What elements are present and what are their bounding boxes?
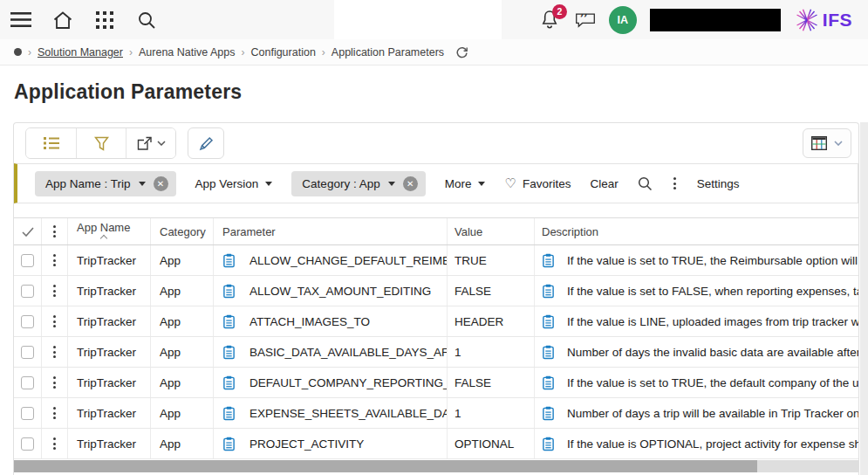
- row-menu-header: [42, 218, 68, 244]
- table-row[interactable]: TripTracker App PROJECT_ACTIVITY OPTIONA…: [14, 429, 858, 459]
- cell-parameter: PROJECT_ACTIVITY: [214, 429, 448, 458]
- note-icon[interactable]: [542, 284, 555, 299]
- description-text: If the value is OPTIONAL, project activi…: [567, 437, 858, 451]
- horizontal-scrollbar[interactable]: [14, 460, 858, 472]
- top-app-bar: 2 ’’ IA IFS: [0, 0, 868, 39]
- note-icon[interactable]: [222, 253, 236, 268]
- table-row[interactable]: TripTracker App ATTACH_IMAGES_TO HEADER …: [14, 306, 858, 337]
- select-all-header[interactable]: [14, 218, 42, 244]
- list-icon: [44, 136, 59, 150]
- note-icon[interactable]: [542, 253, 555, 268]
- breadcrumb-aurena-native-apps[interactable]: Aurena Native Apps: [139, 46, 236, 59]
- clear-filters-button[interactable]: Clear: [590, 177, 618, 190]
- note-icon[interactable]: [222, 284, 236, 299]
- breadcrumb-solution-manager[interactable]: Solution Manager: [38, 46, 123, 59]
- table-row[interactable]: TripTracker App ALLOW_CHANGE_DEFAULT_REI…: [14, 245, 858, 276]
- note-icon[interactable]: [222, 314, 236, 329]
- note-icon[interactable]: [222, 375, 236, 390]
- cell-category: App: [151, 245, 214, 275]
- column-header-value[interactable]: Value: [448, 218, 535, 244]
- filter-dropdown-more[interactable]: More: [445, 177, 486, 190]
- filter-dropdown-app-version[interactable]: App Version: [195, 177, 273, 190]
- export-button[interactable]: [126, 128, 175, 158]
- row-checkbox[interactable]: [21, 376, 34, 389]
- kebab-icon[interactable]: [53, 407, 56, 419]
- filter-button[interactable]: [76, 128, 126, 158]
- table-row[interactable]: TripTracker App BASIC_DATA_AVAILABLE_DAY…: [14, 337, 858, 368]
- note-icon[interactable]: [222, 437, 236, 451]
- remove-filter-icon[interactable]: ✕: [403, 176, 418, 191]
- note-icon[interactable]: [222, 406, 236, 421]
- filter-search-icon[interactable]: [638, 176, 653, 191]
- row-checkbox[interactable]: [21, 254, 34, 267]
- horizontal-scrollbar-thumb[interactable]: [14, 460, 757, 472]
- view-selector-button[interactable]: [803, 128, 851, 158]
- cell-category: App: [151, 276, 214, 306]
- cell-description: If the value is OPTIONAL, project activi…: [535, 429, 858, 458]
- note-icon[interactable]: [222, 345, 236, 360]
- kebab-icon: [53, 225, 56, 238]
- refresh-icon[interactable]: [455, 45, 468, 59]
- cell-app-name: TripTracker: [68, 337, 151, 367]
- table-view-icon: [811, 136, 827, 150]
- filter-chip-category[interactable]: Category : App ✕: [291, 171, 425, 196]
- table-row[interactable]: TripTracker App ALLOW_TAX_AMOUNT_EDITING…: [14, 276, 858, 306]
- note-icon[interactable]: [542, 437, 555, 451]
- row-select-cell: [14, 337, 42, 367]
- cell-description: Number of days a trip will be available …: [535, 398, 858, 428]
- remove-filter-icon[interactable]: ✕: [154, 176, 168, 191]
- kebab-icon[interactable]: [53, 437, 56, 450]
- row-checkbox[interactable]: [21, 346, 34, 359]
- row-checkbox[interactable]: [21, 285, 34, 298]
- page-vertical-scroll-track[interactable]: [860, 122, 868, 475]
- filter-funnel-icon: [94, 136, 109, 151]
- edit-button[interactable]: [188, 127, 224, 159]
- breadcrumb-separator: ›: [28, 46, 31, 59]
- row-menu-cell: [42, 245, 68, 275]
- breadcrumb-configuration[interactable]: Configuration: [250, 46, 315, 59]
- list-view-button[interactable]: [26, 128, 76, 158]
- notifications-bell-icon[interactable]: 2: [539, 9, 562, 31]
- kebab-icon[interactable]: [53, 376, 56, 389]
- note-icon[interactable]: [542, 314, 555, 329]
- breadcrumb-separator: ›: [322, 46, 325, 59]
- app-launcher-icon[interactable]: [94, 10, 115, 31]
- breadcrumb-root-dot[interactable]: [14, 48, 22, 56]
- ifs-logo-starburst: [794, 7, 820, 33]
- row-select-cell: [14, 398, 42, 428]
- column-header-category[interactable]: Category: [151, 218, 214, 244]
- table-row[interactable]: TripTracker App EXPENSE_SHEETS_AVAILABLE…: [14, 398, 858, 429]
- row-checkbox[interactable]: [21, 315, 34, 328]
- kebab-icon[interactable]: [53, 285, 56, 297]
- note-icon[interactable]: [542, 345, 555, 360]
- note-icon[interactable]: [542, 406, 555, 421]
- column-header-description[interactable]: Description: [535, 218, 858, 244]
- description-text: If the value is LINE, uploaded images fr…: [567, 315, 858, 328]
- home-icon[interactable]: [52, 10, 73, 31]
- kebab-icon[interactable]: [53, 346, 56, 358]
- row-menu-cell: [42, 276, 68, 306]
- search-icon[interactable]: [136, 10, 157, 31]
- feedback-icon[interactable]: ’’: [575, 10, 596, 31]
- filter-chip-app-name[interactable]: App Name : Trip ✕: [35, 171, 176, 196]
- cell-value: 1: [448, 398, 535, 428]
- row-checkbox[interactable]: [21, 407, 34, 420]
- cell-category: App: [151, 368, 214, 397]
- chevron-down-icon: [478, 182, 485, 186]
- filter-more-options-icon[interactable]: [672, 176, 678, 191]
- cell-parameter: DEFAULT_COMPANY_REPORTING_ON: [214, 368, 448, 397]
- column-header-parameter[interactable]: Parameter: [214, 218, 448, 244]
- kebab-icon[interactable]: [53, 315, 56, 327]
- filter-dropdown-label: More: [445, 177, 472, 190]
- column-header-app-name[interactable]: App Name: [68, 218, 151, 244]
- settings-label: Settings: [697, 177, 740, 190]
- user-avatar[interactable]: IA: [609, 6, 637, 34]
- hamburger-menu-icon[interactable]: [10, 10, 31, 31]
- row-checkbox[interactable]: [21, 437, 34, 451]
- export-icon: [137, 136, 152, 151]
- table-row[interactable]: TripTracker App DEFAULT_COMPANY_REPORTIN…: [14, 368, 858, 398]
- note-icon[interactable]: [542, 375, 555, 390]
- kebab-icon[interactable]: [53, 254, 56, 266]
- filter-settings-button[interactable]: Settings: [697, 177, 740, 190]
- favorites-button[interactable]: ♡ Favorites: [504, 176, 571, 191]
